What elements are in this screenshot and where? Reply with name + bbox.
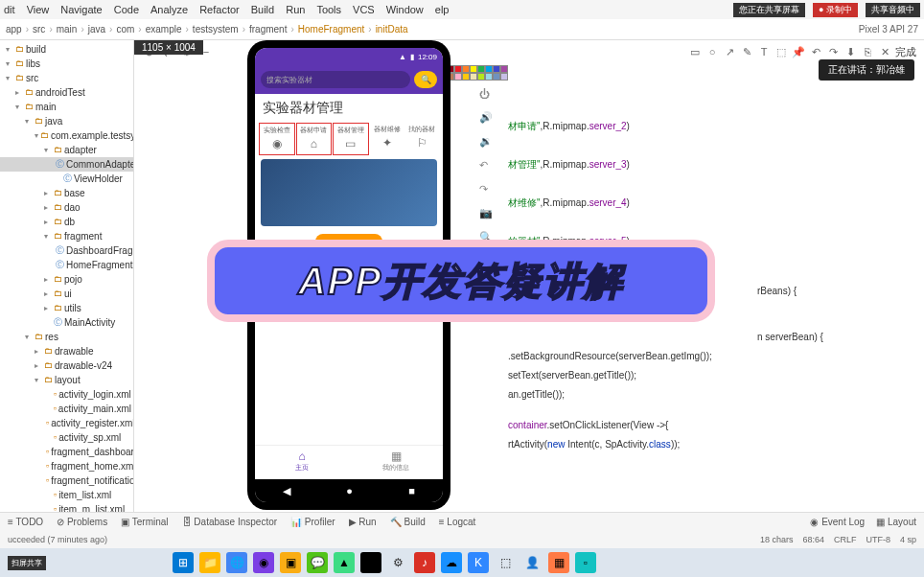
- bc-main[interactable]: main: [57, 24, 78, 35]
- menu-tools[interactable]: Tools: [316, 4, 341, 15]
- color-swatch[interactable]: [454, 65, 462, 73]
- menu-refactor[interactable]: Refactor: [199, 4, 240, 15]
- volume-up-icon[interactable]: 🔊: [479, 111, 493, 124]
- bc-initdata[interactable]: initData: [376, 24, 408, 35]
- tree-item-activity-sp-xml[interactable]: ▫activity_sp.xml: [0, 430, 133, 445]
- tree-item-utils[interactable]: ▸🗀utils: [0, 301, 133, 315]
- back-icon[interactable]: ◀: [283, 485, 290, 497]
- tree-item-viewholder[interactable]: ⒸViewHolder: [0, 172, 133, 186]
- tree-item-activity-main-xml[interactable]: ▫activity_main.xml: [0, 402, 133, 416]
- tree-item-mainactivity[interactable]: ⒸMainActivity: [0, 315, 133, 330]
- arrow-tool-icon[interactable]: ↗: [723, 45, 736, 58]
- menu-navigate[interactable]: Navigate: [60, 4, 102, 15]
- bc-app[interactable]: app: [6, 24, 22, 35]
- color-swatch[interactable]: [485, 73, 493, 81]
- tree-item-item-m-list-xml[interactable]: ▫item_m_list.xml: [0, 502, 133, 512]
- phone-tab-器材管理[interactable]: 器材管理▭: [333, 123, 369, 155]
- tab-run[interactable]: ▶ Run: [349, 517, 377, 527]
- taskbar-wechat-icon[interactable]: 💬: [307, 552, 328, 573]
- taskbar-app4-icon[interactable]: ⬚: [495, 552, 516, 573]
- tree-item-activity-register-xml[interactable]: ▫activity_register.xml: [0, 416, 133, 430]
- tree-item-item-list-xml[interactable]: ▫item_list.xml: [0, 488, 133, 502]
- tree-item-homefragment[interactable]: ⒸHomeFragment: [0, 258, 133, 272]
- taskbar-eclipse-icon[interactable]: ◉: [253, 552, 274, 573]
- close-icon[interactable]: ✕: [878, 45, 891, 58]
- project-tree[interactable]: ▾🗀build▾🗀libs▾🗀src▸🗀androidTest▾🗀main▾🗀j…: [0, 40, 134, 512]
- search-button[interactable]: 🔍: [414, 71, 437, 88]
- rect-tool-icon[interactable]: ▭: [688, 45, 702, 58]
- bc-example[interactable]: example: [146, 24, 182, 35]
- circle-tool-icon[interactable]: ○: [705, 45, 719, 58]
- recent-icon[interactable]: ■: [408, 485, 415, 496]
- power-icon[interactable]: ⏻: [479, 88, 493, 100]
- tree-item-pojo[interactable]: ▸🗀pojo: [0, 272, 133, 287]
- tree-item-libs[interactable]: ▾🗀libs: [0, 57, 133, 71]
- redo-icon[interactable]: ↷: [826, 45, 840, 58]
- status-line-sep[interactable]: CRLF: [834, 535, 857, 544]
- status-encoding[interactable]: UTF-8: [866, 535, 890, 544]
- copy-icon[interactable]: ⎘: [861, 45, 874, 58]
- tab-profiler[interactable]: 📊 Profiler: [290, 517, 335, 527]
- color-swatch[interactable]: [462, 65, 470, 73]
- tree-item-layout[interactable]: ▾🗀layout: [0, 373, 133, 387]
- color-swatch[interactable]: [454, 73, 462, 81]
- menu-vcs[interactable]: VCS: [353, 4, 375, 15]
- tree-item-drawable[interactable]: ▸🗀drawable: [0, 344, 133, 358]
- bc-src[interactable]: src: [33, 24, 45, 35]
- menu-run[interactable]: Run: [286, 4, 305, 15]
- phone-nav-主页[interactable]: ⌂主页: [255, 446, 349, 479]
- color-swatch[interactable]: [485, 65, 493, 73]
- phone-tab-实验检查[interactable]: 实验检查◉: [259, 123, 295, 155]
- tree-item-java[interactable]: ▾🗀java: [0, 114, 133, 128]
- color-swatch[interactable]: [493, 65, 500, 73]
- menu-help[interactable]: elp: [435, 4, 450, 15]
- download-icon[interactable]: ⬇: [843, 45, 857, 58]
- device-selector[interactable]: Pixel 3 API 27: [859, 24, 918, 35]
- tab-problems[interactable]: ⊘ Problems: [57, 517, 107, 527]
- tab-layout[interactable]: ▦ Layout: [876, 517, 916, 527]
- tree-item-main[interactable]: ▾🗀main: [0, 100, 133, 114]
- phone-tab-找的器材[interactable]: 找的器材⚐: [404, 123, 439, 155]
- color-swatch[interactable]: [470, 73, 477, 81]
- taskbar-terminal-icon[interactable]: ▪: [360, 552, 381, 573]
- tree-item-ui[interactable]: ▸🗀ui: [0, 287, 133, 301]
- camera-icon[interactable]: 📷: [479, 207, 493, 219]
- tree-item-activity-login-xml[interactable]: ▫activity_login.xml: [0, 387, 133, 402]
- tree-item-fragment-dashboard-xml[interactable]: ▫fragment_dashboard.xml: [0, 445, 133, 459]
- taskbar-app5-icon[interactable]: ▦: [548, 552, 569, 573]
- tree-item-androidtest[interactable]: ▸🗀androidTest: [0, 85, 133, 100]
- taskbar-chrome-icon[interactable]: 🌐: [226, 552, 247, 573]
- tree-item-adapter[interactable]: ▾🗀adapter: [0, 143, 133, 157]
- taskbar-settings-icon[interactable]: ⚙: [387, 552, 408, 573]
- tree-item-fragment-notifications-xml[interactable]: ▫fragment_notifications.xml: [0, 473, 133, 488]
- tree-item-commonadapter[interactable]: ⒸCommonAdapter: [0, 157, 133, 172]
- phone-tab-器材申请[interactable]: 器材申请⌂: [296, 123, 333, 155]
- color-swatch[interactable]: [477, 65, 485, 73]
- volume-down-icon[interactable]: 🔉: [479, 135, 493, 148]
- bc-com[interactable]: com: [116, 24, 134, 35]
- tab-todo[interactable]: ≡ TODO: [8, 517, 43, 527]
- taskbar-windows-icon[interactable]: ⊞: [173, 552, 194, 573]
- bc-homefragment[interactable]: HomeFragment: [298, 24, 364, 35]
- menu-view[interactable]: View: [27, 4, 50, 15]
- select-tool-icon[interactable]: ⬚: [774, 45, 788, 58]
- taskbar-netease-icon[interactable]: ♪: [414, 552, 435, 573]
- taskbar-app3-icon[interactable]: K: [468, 552, 489, 573]
- tab-logcat[interactable]: ≡ Logcat: [439, 517, 476, 527]
- taskbar-app2-icon[interactable]: ☁: [441, 552, 462, 573]
- rotate-left-icon[interactable]: ↶: [479, 159, 493, 172]
- taskbar-app1-icon[interactable]: ▣: [280, 552, 301, 573]
- taskbar-android-studio-icon[interactable]: ▲: [334, 552, 355, 573]
- bc-fragment[interactable]: fragment: [249, 24, 287, 35]
- done-button[interactable]: 完成: [895, 45, 916, 59]
- color-swatch[interactable]: [477, 73, 485, 81]
- search-input[interactable]: 搜索实验器材: [261, 71, 410, 88]
- menu-analyze[interactable]: Analyze: [150, 4, 188, 15]
- tree-item-fragment-home-xml[interactable]: ▫fragment_home.xml: [0, 459, 133, 473]
- tree-item-res[interactable]: ▾🗀res: [0, 330, 133, 344]
- tree-item-drawable-v24[interactable]: ▸🗀drawable-v24: [0, 358, 133, 373]
- bc-testsystem[interactable]: testsystem: [193, 24, 239, 35]
- pin-tool-icon[interactable]: 📌: [792, 45, 805, 58]
- tab-terminal[interactable]: ▣ Terminal: [121, 517, 168, 527]
- color-swatch[interactable]: [500, 65, 508, 73]
